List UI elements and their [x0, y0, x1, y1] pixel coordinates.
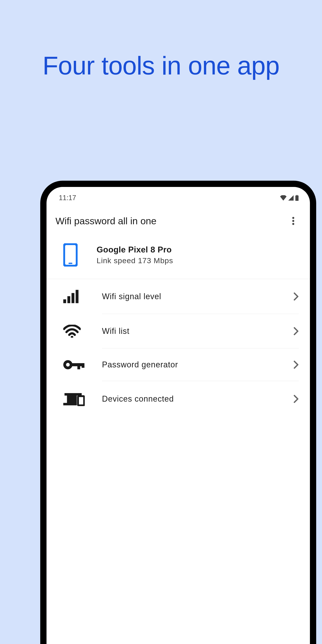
svg-point-2 [292, 217, 294, 219]
svg-rect-17 [78, 396, 84, 406]
svg-point-13 [66, 363, 70, 366]
svg-rect-9 [72, 293, 74, 303]
svg-rect-16 [82, 363, 84, 368]
menu-label: Password generator [102, 360, 294, 370]
svg-rect-7 [63, 300, 66, 303]
device-name: Google Pixel 8 Pro [96, 245, 173, 254]
more-vert-icon [292, 217, 294, 225]
svg-point-11 [71, 336, 73, 338]
phone-icon [63, 243, 78, 266]
chevron-right-icon [294, 395, 299, 403]
menu-label: Devices connected [102, 394, 294, 404]
app-title: Wifi password all in one [56, 216, 156, 226]
menu-item-wifi-list[interactable]: Wifi list [46, 314, 310, 348]
battery-status-icon [295, 195, 299, 201]
menu-label: Wifi list [102, 326, 294, 336]
device-subtitle: Link speed 173 Mbps [96, 256, 173, 265]
wifi-icon [63, 325, 81, 338]
menu-item-devices-connected[interactable]: Devices connected [46, 381, 310, 417]
phone-screen: 11:17 Wifi password all in one [46, 187, 310, 644]
key-icon [63, 359, 85, 370]
menu-icon-wrapper [63, 392, 102, 406]
svg-rect-15 [77, 363, 80, 369]
menu-icon-wrapper [63, 290, 102, 303]
svg-rect-6 [68, 263, 72, 264]
status-time: 11:17 [59, 194, 76, 202]
menu-item-password-generator[interactable]: Password generator [46, 348, 310, 381]
svg-rect-0 [296, 195, 298, 196]
app-bar: Wifi password all in one [46, 205, 310, 236]
svg-point-3 [292, 220, 294, 222]
chevron-right-icon [294, 361, 299, 369]
svg-rect-10 [76, 290, 78, 303]
device-info: Google Pixel 8 Pro Link speed 173 Mbps [96, 245, 173, 265]
menu-label: Wifi signal level [102, 292, 294, 301]
menu-item-signal-level[interactable]: Wifi signal level [46, 279, 310, 314]
svg-rect-1 [296, 196, 298, 201]
devices-icon [63, 392, 85, 406]
page-headline: Four tools in one app [0, 0, 322, 80]
svg-point-4 [292, 223, 294, 225]
menu-icon-wrapper [63, 325, 102, 338]
menu-list: Wifi signal level Wifi list [46, 279, 310, 417]
svg-rect-5 [64, 244, 77, 266]
wifi-status-icon [280, 195, 287, 200]
chevron-right-icon [294, 327, 299, 335]
signal-bars-icon [63, 290, 78, 303]
overflow-menu-button[interactable] [288, 215, 299, 226]
chevron-right-icon [294, 292, 299, 300]
status-icons [280, 195, 299, 201]
svg-rect-8 [67, 296, 70, 303]
menu-icon-wrapper [63, 359, 102, 370]
phone-frame: 11:17 Wifi password all in one [40, 181, 316, 644]
status-bar: 11:17 [46, 187, 310, 205]
device-section: Google Pixel 8 Pro Link speed 173 Mbps [46, 236, 310, 279]
cellular-status-icon [288, 195, 294, 200]
